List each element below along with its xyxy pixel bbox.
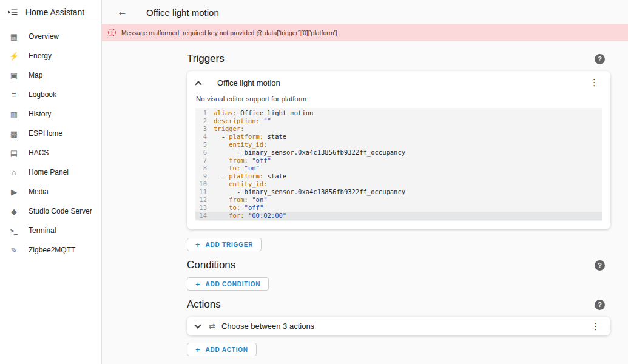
error-message: Message malformed: required key not prov… xyxy=(121,29,337,36)
code-line-8[interactable]: 8 to: "on" xyxy=(195,164,602,172)
code-line-7[interactable]: 7 from: "off" xyxy=(195,157,602,164)
code-text: - binary_sensor.0xa4c13856fb9322ff_occup… xyxy=(211,149,405,157)
sidebar-item-history[interactable]: ▥History xyxy=(0,104,101,124)
code-text: from: "off" xyxy=(211,157,271,164)
action-more-options-icon[interactable]: ⋮ xyxy=(589,321,602,332)
sidebar-item-label: History xyxy=(29,110,51,118)
sidebar-item-label: Zigbee2MQTT xyxy=(29,246,75,254)
history-chart-icon: ▥ xyxy=(7,110,21,119)
sidebar-item-zigbee2mqtt[interactable]: ✎Zigbee2MQTT xyxy=(0,240,101,260)
code-line-5[interactable]: 5 entity_id: xyxy=(195,141,602,149)
line-number: 5 xyxy=(195,141,211,149)
line-number: 6 xyxy=(195,149,211,157)
sidebar-item-hacs[interactable]: ▤HACS xyxy=(0,143,101,163)
actions-heading: Actions xyxy=(187,298,221,311)
back-arrow-icon[interactable]: ← xyxy=(117,6,127,18)
conditions-section-header: Conditions ? xyxy=(187,259,610,271)
add-trigger-label: ADD TRIGGER xyxy=(205,241,253,248)
code-line-13[interactable]: 13 to: "off" xyxy=(195,204,602,212)
trigger-card-title: Office light motion xyxy=(217,78,280,87)
line-number: 2 xyxy=(195,117,211,125)
code-line-10[interactable]: 10 entity_id: xyxy=(195,180,602,188)
actions-section-header: Actions ? xyxy=(187,298,610,311)
line-number: 11 xyxy=(195,188,211,196)
conditions-heading: Conditions xyxy=(187,259,235,271)
main-area: ← Office light motion ! Message malforme… xyxy=(102,0,628,364)
sidebar-item-label: Terminal xyxy=(29,226,56,235)
sidebar-header: Home Assistant xyxy=(0,0,101,24)
choose-action-icon: ⇄ xyxy=(209,322,215,331)
code-text: alias: Office light motion xyxy=(211,109,313,117)
plus-icon: + xyxy=(195,240,200,249)
automation-editor-content: Triggers ? Office light motion ⋮ No visu… xyxy=(187,41,610,356)
line-number: 9 xyxy=(195,172,211,180)
add-condition-label: ADD CONDITION xyxy=(205,281,260,288)
line-number: 13 xyxy=(195,204,211,212)
code-line-14[interactable]: 14 for: "00:02:00" xyxy=(195,212,602,220)
plus-icon: + xyxy=(195,280,200,289)
sidebar-item-label: Studio Code Server xyxy=(29,207,92,215)
yaml-editor[interactable]: 1alias: Office light motion2description:… xyxy=(195,108,602,221)
hacs-store-icon: ▤ xyxy=(7,149,21,158)
vscode-icon: ◆ xyxy=(7,207,21,216)
expand-chevron-down-icon[interactable] xyxy=(194,322,201,328)
sidebar: Home Assistant ▦Overview⚡Energy▣Map≡Logb… xyxy=(0,0,102,364)
code-line-11[interactable]: 11 - binary_sensor.0xa4c13856fb9322ff_oc… xyxy=(195,188,602,196)
collapse-chevron-up-icon[interactable] xyxy=(195,81,201,87)
sidebar-menu: ▦Overview⚡Energy▣Map≡Logbook▥History▩ESP… xyxy=(0,24,101,260)
code-text: entity_id: xyxy=(211,141,268,149)
error-banner: ! Message malformed: required key not pr… xyxy=(102,24,628,41)
line-number: 4 xyxy=(195,133,211,141)
trigger-more-options-icon[interactable]: ⋮ xyxy=(588,77,601,88)
add-condition-button[interactable]: + ADD CONDITION xyxy=(187,277,269,291)
home-icon: ⌂ xyxy=(7,168,21,177)
line-number: 3 xyxy=(195,125,211,133)
sidebar-item-map[interactable]: ▣Map xyxy=(0,66,101,85)
app-window: Home Assistant ▦Overview⚡Energy▣Map≡Logb… xyxy=(0,0,628,364)
code-text: for: "00:02:00" xyxy=(211,212,286,220)
play-box-icon: ▶ xyxy=(7,187,21,197)
code-line-1[interactable]: 1alias: Office light motion xyxy=(195,109,602,117)
code-text: description: "" xyxy=(211,117,271,125)
sidebar-toggle-icon[interactable] xyxy=(7,7,18,18)
sidebar-item-esphome[interactable]: ▩ESPHome xyxy=(0,124,101,143)
code-text: to: "on" xyxy=(211,164,260,172)
code-text: - binary_sensor.0xa4c13856fb9322ff_occup… xyxy=(211,188,405,196)
pencil-icon: ✎ xyxy=(7,246,21,255)
code-line-3[interactable]: 3trigger: xyxy=(195,125,602,133)
top-header: ← Office light motion xyxy=(102,0,628,24)
actions-help-icon[interactable]: ? xyxy=(595,300,605,310)
sidebar-item-label: HACS xyxy=(29,149,49,157)
add-action-label: ADD ACTION xyxy=(205,346,248,353)
conditions-help-icon[interactable]: ? xyxy=(595,260,605,271)
line-number: 7 xyxy=(195,157,211,164)
code-line-9[interactable]: 9 - platform: state xyxy=(195,172,602,180)
action-card: ⇄ Choose between 3 actions ⋮ xyxy=(187,317,610,335)
code-line-4[interactable]: 4 - platform: state xyxy=(195,133,602,141)
sidebar-item-media[interactable]: ▶Media xyxy=(0,182,101,201)
terminal-icon: >_ xyxy=(7,228,21,234)
code-line-12[interactable]: 12 from: "on" xyxy=(195,196,602,204)
add-action-button[interactable]: + ADD ACTION xyxy=(187,343,257,356)
lightning-bolt-icon: ⚡ xyxy=(7,52,21,61)
sidebar-item-terminal[interactable]: >_Terminal xyxy=(0,221,101,240)
triggers-section-header: Triggers ? xyxy=(187,53,610,65)
sidebar-item-studio-code-server[interactable]: ◆Studio Code Server xyxy=(0,201,101,221)
sidebar-item-overview[interactable]: ▦Overview xyxy=(0,27,101,46)
trigger-card: Office light motion ⋮ No visual editor s… xyxy=(187,71,610,229)
sidebar-item-label: ESPHome xyxy=(29,129,62,138)
add-trigger-button[interactable]: + ADD TRIGGER xyxy=(187,238,262,251)
sidebar-item-home-panel[interactable]: ⌂Home Panel xyxy=(0,163,101,182)
map-icon: ▣ xyxy=(7,71,21,80)
code-text: entity_id: xyxy=(211,180,268,188)
sidebar-item-energy[interactable]: ⚡Energy xyxy=(0,46,101,66)
line-number: 10 xyxy=(195,180,211,188)
sidebar-item-label: Energy xyxy=(29,52,52,60)
code-line-2[interactable]: 2description: "" xyxy=(195,117,602,125)
sidebar-item-logbook[interactable]: ≡Logbook xyxy=(0,85,101,104)
line-number: 12 xyxy=(195,196,211,204)
code-text: - platform: state xyxy=(211,172,286,180)
page-title: Office light motion xyxy=(146,7,219,18)
triggers-help-icon[interactable]: ? xyxy=(595,54,605,64)
code-line-6[interactable]: 6 - binary_sensor.0xa4c13856fb9322ff_occ… xyxy=(195,149,602,157)
